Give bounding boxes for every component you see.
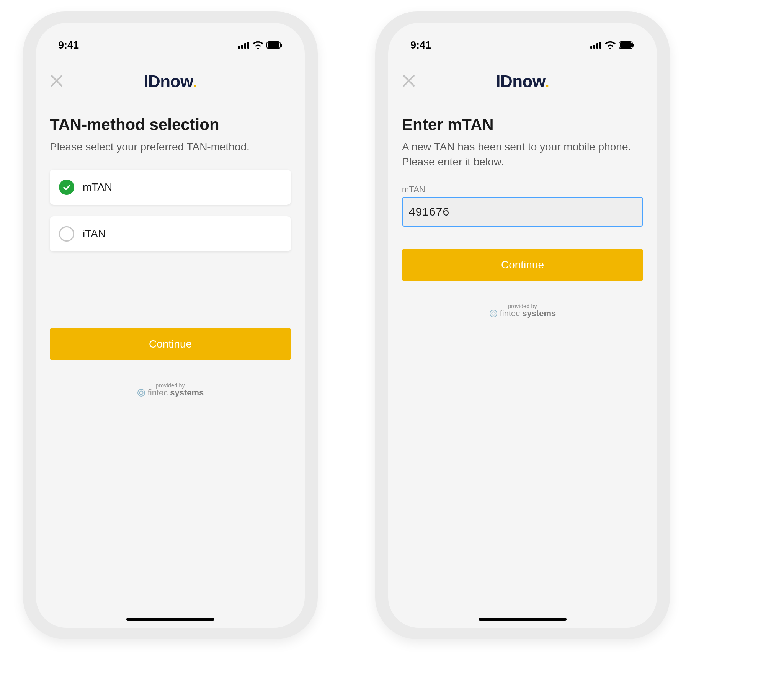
status-bar: 9:41: [36, 23, 305, 57]
continue-button-label: Continue: [149, 338, 192, 350]
content-left: TAN-method selection Please select your …: [36, 95, 305, 398]
content-right: Enter mTAN A new TAN has been sent to yo…: [388, 95, 657, 319]
svg-rect-14: [599, 42, 601, 49]
close-button[interactable]: [400, 73, 417, 90]
provided-by: provided by fintecsystems: [402, 303, 643, 319]
svg-rect-16: [620, 42, 632, 48]
status-icons: [590, 41, 635, 49]
provided-by-brand-prefix: fintec: [500, 309, 520, 318]
svg-rect-6: [281, 44, 282, 47]
close-button[interactable]: [48, 73, 65, 90]
status-time: 9:41: [58, 39, 79, 51]
svg-point-20: [490, 310, 497, 317]
tan-option-label: mTAN: [83, 181, 112, 193]
svg-point-21: [492, 312, 495, 315]
app-logo-text: IDnow: [496, 72, 545, 91]
provided-by-brand-suffix: systems: [522, 309, 556, 318]
phone-screen-left: 9:41: [36, 23, 305, 628]
svg-rect-12: [593, 45, 595, 49]
battery-icon: [266, 41, 283, 49]
svg-rect-2: [244, 43, 246, 49]
status-bar: 9:41: [388, 23, 657, 57]
provided-by: provided by fintecsystems: [50, 382, 291, 398]
signal-icon: [238, 42, 250, 49]
app-logo-text: IDnow: [144, 72, 193, 91]
svg-rect-5: [268, 42, 279, 48]
continue-button[interactable]: Continue: [402, 249, 643, 281]
page-title: Enter mTAN: [402, 116, 643, 134]
phone-frame-right: 9:41: [375, 11, 670, 639]
app-header: IDnow.: [388, 68, 657, 95]
fintec-logo-icon: [137, 389, 145, 397]
continue-button-label: Continue: [501, 259, 544, 271]
phone-frame-left: 9:41: [23, 11, 318, 639]
continue-button[interactable]: Continue: [50, 328, 291, 360]
radio-unselected-icon: [59, 226, 74, 242]
svg-rect-1: [241, 45, 243, 49]
mtan-field-label: mTAN: [402, 185, 643, 194]
page-title: TAN-method selection: [50, 116, 291, 134]
radio-selected-icon: [59, 180, 74, 195]
mtan-input[interactable]: [402, 197, 643, 227]
svg-rect-11: [590, 46, 592, 49]
fintec-logo-icon: [489, 309, 498, 318]
battery-icon: [619, 41, 635, 49]
provided-by-brand: fintecsystems: [137, 388, 204, 398]
svg-rect-0: [238, 46, 240, 49]
app-logo: IDnow.: [144, 72, 197, 91]
svg-point-9: [138, 389, 145, 396]
signal-icon: [590, 42, 602, 49]
app-logo-dot: .: [193, 72, 197, 91]
tan-option-label: iTAN: [83, 228, 106, 240]
app-logo-dot: .: [545, 72, 549, 91]
home-indicator[interactable]: [126, 618, 214, 621]
wifi-icon: [605, 41, 616, 49]
provided-by-brand-suffix: systems: [170, 388, 204, 398]
close-icon: [50, 74, 63, 89]
status-time: 9:41: [410, 39, 431, 51]
app-header: IDnow.: [36, 68, 305, 95]
provided-by-brand-prefix: fintec: [148, 388, 168, 398]
status-icons: [238, 41, 283, 49]
phone-screen-right: 9:41: [388, 23, 657, 628]
wifi-icon: [253, 41, 263, 49]
close-icon: [402, 74, 415, 89]
tan-option-itan[interactable]: iTAN: [50, 216, 291, 251]
app-logo: IDnow.: [496, 72, 549, 91]
page-subtitle: Please select your preferred TAN-method.: [50, 139, 291, 154]
svg-point-10: [139, 391, 143, 395]
svg-rect-17: [633, 44, 634, 47]
provided-by-brand: fintecsystems: [489, 309, 556, 318]
tan-option-mtan[interactable]: mTAN: [50, 170, 291, 205]
svg-rect-3: [247, 42, 249, 49]
page-subtitle: A new TAN has been sent to your mobile p…: [402, 139, 643, 169]
svg-rect-13: [596, 43, 598, 49]
home-indicator[interactable]: [479, 618, 567, 621]
